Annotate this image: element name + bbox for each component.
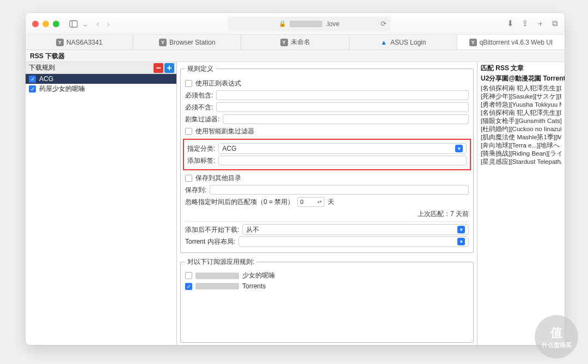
highlighted-section: 指定分类: ACG ▾ 添加标签: xyxy=(183,139,471,170)
feed-checkbox-checked[interactable]: ✓ xyxy=(185,283,192,290)
close-window-button[interactable] xyxy=(32,21,39,27)
add-paused-select[interactable]: 从不 ▾ xyxy=(242,224,469,235)
save-other-dir-checkbox[interactable] xyxy=(185,175,192,182)
tab-asus-login[interactable]: ▲ASUS Login xyxy=(350,35,457,50)
definition-column: 规则定义 使用正则表达式 必须包含: 必须不含: 剧集过滤器: 使用智能剧集过滤… xyxy=(177,62,477,345)
articles-list: [名偵探柯南 犯人犯澤先生][De[死神少年][Sasuke][サスケ][BD[… xyxy=(477,84,565,166)
last-match-label: 上次匹配：7 天前 xyxy=(418,209,469,219)
tab-qbittorrent[interactable]: YqBittorrent v4.6.3 Web UI xyxy=(457,35,565,50)
articles-header: 匹配 RSS 文章 xyxy=(477,62,565,74)
sidebar-toggle[interactable]: ⌄ xyxy=(69,18,90,29)
sidebar-icon xyxy=(69,20,78,28)
rule-item-kusuriya[interactable]: ✓ 药屋少女的呢喃 xyxy=(26,84,176,94)
nav-back-button[interactable]: ‹ xyxy=(95,19,101,29)
definition-legend: 规则定义 xyxy=(185,64,216,73)
stepper-arrows-icon: ▴▾ xyxy=(317,200,322,204)
article-item[interactable]: [名偵探柯南 犯人犯澤先生][De xyxy=(481,109,561,117)
tab-browser-station[interactable]: YBrowser Station xyxy=(133,35,241,50)
nav-forward-button[interactable]: › xyxy=(105,19,111,29)
dropdown-caret-icon: ▾ xyxy=(457,238,465,245)
toolbar-right: ⬇ ⇪ ＋ ⧉ xyxy=(507,18,558,29)
article-item[interactable]: [勇者特急][Yuusha Tokkyuu M xyxy=(481,101,561,109)
favicon-asus-icon: ▲ xyxy=(380,39,388,46)
article-item[interactable]: [猫眼女枪手][Gunsmith Cats][ xyxy=(481,117,561,125)
rules-header-label: 下载规则 xyxy=(29,63,55,72)
checkbox-checked-icon[interactable]: ✓ xyxy=(29,85,36,92)
feed-name-blur xyxy=(195,273,239,279)
article-item[interactable]: [肌肉魔法使 Mashle第1季][Ma xyxy=(481,133,561,141)
feeds-legend: 对以下订阅源应用规则: xyxy=(185,257,256,267)
feed-checkbox[interactable] xyxy=(185,272,192,279)
traffic-lights xyxy=(32,21,59,27)
app-body: 下载规则 − + ✓ ACG ✓ 药屋少女的呢喃 xyxy=(26,62,565,345)
app-title: RSS 下载器 xyxy=(26,50,565,62)
article-item[interactable]: [杜鹃婚约][Cuckoo no Iinazuke xyxy=(481,125,561,133)
add-rule-button[interactable]: + xyxy=(164,63,174,73)
feed-name-blur xyxy=(195,283,239,289)
feed-item[interactable]: 少女的呢喃 xyxy=(185,270,469,281)
address-bar[interactable]: 🔒 .love ⟳ xyxy=(228,17,391,31)
rules-column: 下载规则 − + ✓ ACG ✓ 药屋少女的呢喃 xyxy=(26,62,177,345)
share-icon[interactable]: ⇪ xyxy=(522,18,529,29)
rule-item-acg[interactable]: ✓ ACG xyxy=(26,74,176,84)
category-select[interactable]: ACG ▾ xyxy=(218,143,467,154)
svg-rect-0 xyxy=(70,21,77,27)
browser-window: ⌄ ‹ › 🔒 .love ⟳ ⬇ ⇪ ＋ ⧉ YNAS6A3341 YBrow… xyxy=(26,13,565,345)
add-tags-input[interactable] xyxy=(218,156,467,165)
address-domain-suffix: .love xyxy=(326,20,339,28)
rules-header: 下载规则 − + xyxy=(26,62,176,74)
address-bar-wrap: 🔒 .love ⟳ xyxy=(116,17,503,31)
tab-untitled[interactable]: Y未命名 xyxy=(241,35,349,50)
favicon-y-icon: Y xyxy=(159,39,167,46)
chevron-down-icon: ⌄ xyxy=(80,18,90,29)
ignore-days-stepper[interactable]: 0▴▾ xyxy=(297,197,324,207)
maximize-window-button[interactable] xyxy=(53,21,59,27)
feed-item[interactable]: ✓ Torrents xyxy=(185,281,469,291)
articles-source: U2分享園@動漫花園 Torrents xyxy=(477,74,565,84)
favicon-y-icon: Y xyxy=(280,39,288,46)
apply-feeds-fieldset: 对以下订阅源应用规则: 少女的呢喃 ✓ Torrents xyxy=(180,257,474,343)
watermark-smzdm: 值 什么值得买 xyxy=(535,315,578,359)
save-to-input[interactable] xyxy=(210,185,469,195)
article-item[interactable]: [星灵感应][Stardust Telepath/H xyxy=(481,158,561,166)
address-domain-blur xyxy=(290,21,322,27)
content-layout-select[interactable]: ▾ xyxy=(238,236,469,247)
must-not-contain-input[interactable] xyxy=(216,102,469,112)
article-item[interactable]: [骑乘挑战][Riding Bean][ライデ xyxy=(481,150,561,158)
titlebar: ⌄ ‹ › 🔒 .love ⟳ ⬇ ⇪ ＋ ⧉ xyxy=(26,13,565,35)
article-item[interactable]: [死神少年][Sasuke][サスケ][BD xyxy=(481,92,561,101)
article-item[interactable]: [奔向地球][Terra e...][地球へ xyxy=(481,141,561,150)
lock-icon: 🔒 xyxy=(279,20,286,27)
downloads-icon[interactable]: ⬇ xyxy=(507,18,514,29)
remove-rule-button[interactable]: − xyxy=(154,63,163,73)
smart-filter-checkbox[interactable] xyxy=(185,128,192,135)
rules-list: ✓ ACG ✓ 药屋少女的呢喃 xyxy=(26,74,176,345)
reload-icon[interactable]: ⟳ xyxy=(381,20,387,28)
tabs-overview-icon[interactable]: ⧉ xyxy=(552,18,558,29)
dropdown-caret-icon: ▾ xyxy=(455,145,463,152)
articles-column: 匹配 RSS 文章 U2分享園@動漫花園 Torrents [名偵探柯南 犯人犯… xyxy=(477,62,565,345)
rule-definition-fieldset: 规则定义 使用正则表达式 必须包含: 必须不含: 剧集过滤器: 使用智能剧集过滤… xyxy=(180,64,474,253)
checkbox-checked-icon[interactable]: ✓ xyxy=(29,76,36,83)
dropdown-caret-icon: ▾ xyxy=(457,226,465,233)
favicon-y-icon: Y xyxy=(56,39,64,46)
use-regex-checkbox[interactable] xyxy=(185,80,192,87)
new-tab-icon[interactable]: ＋ xyxy=(536,18,544,29)
episode-filter-input[interactable] xyxy=(223,114,469,124)
minimize-window-button[interactable] xyxy=(42,21,49,27)
favicon-y-icon: Y xyxy=(469,39,477,46)
article-item[interactable]: [名偵探柯南 犯人犯澤先生][De xyxy=(481,84,561,92)
must-contain-input[interactable] xyxy=(216,90,469,100)
tab-bar: YNAS6A3341 YBrowser Station Y未命名 ▲ASUS L… xyxy=(26,35,565,50)
tab-nas[interactable]: YNAS6A3341 xyxy=(26,35,133,50)
